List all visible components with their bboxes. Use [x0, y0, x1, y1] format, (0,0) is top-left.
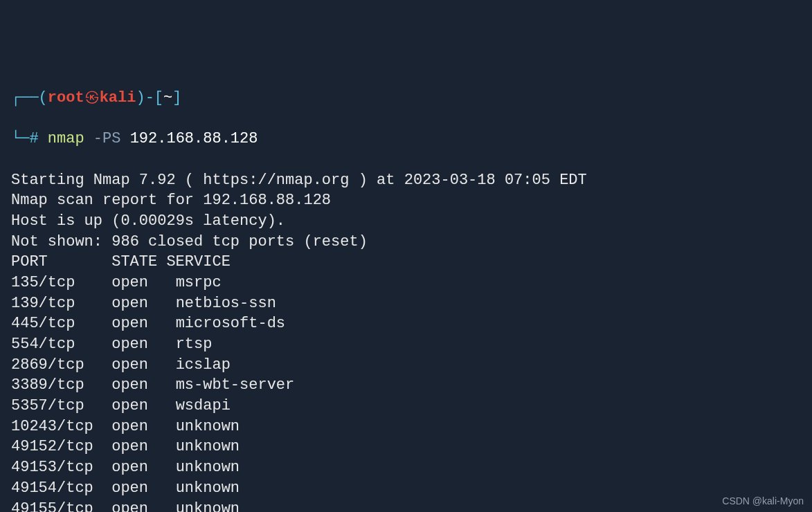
state-cell: open — [111, 396, 175, 417]
command-flag: -PS — [93, 130, 121, 147]
state-cell: open — [111, 355, 175, 376]
skull-icon: ㉿ — [84, 89, 100, 107]
prompt-host: kali — [100, 89, 136, 107]
state-cell: open — [111, 457, 175, 478]
service-cell: microsoft-ds — [176, 315, 285, 332]
ports-list: 135/tcpopenmsrpc 139/tcpopennetbios-ssn … — [11, 273, 801, 512]
prompt-cwd: ~ — [163, 89, 172, 107]
port-row: 49155/tcpopenunknown — [11, 500, 240, 513]
service-cell: unknown — [176, 459, 240, 476]
port-cell: 139/tcp — [11, 293, 111, 314]
state-cell: open — [111, 293, 175, 314]
prompt-user: root — [48, 89, 84, 107]
service-cell: unknown — [176, 418, 240, 435]
port-row: 49153/tcpopenunknown — [11, 459, 240, 476]
command-target: 192.168.88.128 — [130, 130, 258, 147]
service-cell: ms-wbt-server — [176, 376, 295, 394]
port-cell: 5357/tcp — [11, 396, 111, 417]
port-row: 139/tcpopennetbios-ssn — [11, 295, 276, 312]
terminal-output[interactable]: ┌──(root㉿kali)-[~] └─# nmap -PS 192.168.… — [11, 88, 801, 512]
state-cell: open — [111, 478, 175, 499]
watermark: CSDN @kali-Myon — [722, 495, 804, 508]
output-starting: Starting Nmap 7.92 ( https://nmap.org ) … — [11, 172, 587, 189]
port-cell: 10243/tcp — [11, 417, 111, 437]
port-row: 554/tcpopenrtsp — [11, 336, 212, 353]
port-row: 5357/tcpopenwsdapi — [11, 397, 231, 414]
port-row: 49154/tcpopenunknown — [11, 479, 240, 497]
state-cell: open — [111, 313, 175, 334]
port-row: 2869/tcpopenicslap — [11, 356, 231, 374]
service-cell: rtsp — [176, 336, 213, 353]
service-cell: icslap — [176, 356, 231, 374]
state-cell: open — [111, 375, 175, 396]
port-cell: 49154/tcp — [11, 478, 111, 499]
state-cell: open — [111, 273, 175, 293]
output-report: Nmap scan report for 192.168.88.128 — [11, 192, 331, 209]
prompt-line-2: └─# nmap -PS 192.168.88.128 — [11, 129, 801, 149]
prompt-symbol: # — [29, 130, 38, 147]
port-cell: 3389/tcp — [11, 375, 111, 396]
output-notshown: Not shown: 986 closed tcp ports (reset) — [11, 233, 368, 250]
port-cell: 135/tcp — [11, 273, 111, 293]
service-cell: unknown — [176, 438, 240, 455]
port-row: 135/tcpopenmsrpc — [11, 274, 222, 291]
prompt-line-1: ┌──(root㉿kali)-[~] — [11, 88, 801, 109]
service-cell: unknown — [176, 500, 240, 513]
port-row: 3389/tcpopenms-wbt-server — [11, 376, 294, 394]
service-cell: unknown — [176, 479, 240, 497]
port-row: 445/tcpopenmicrosoft-ds — [11, 315, 285, 332]
port-cell: 49152/tcp — [11, 437, 111, 457]
output-hostup: Host is up (0.00029s latency). — [11, 212, 285, 230]
service-cell: wsdapi — [176, 397, 231, 414]
port-cell: 2869/tcp — [11, 355, 111, 376]
port-cell: 445/tcp — [11, 313, 111, 334]
port-cell: 49155/tcp — [11, 499, 111, 513]
state-cell: open — [111, 417, 175, 437]
port-row: 49152/tcpopenunknown — [11, 438, 240, 455]
port-header: PORTSTATESERVICE — [11, 253, 231, 271]
command-bin: nmap — [48, 130, 84, 147]
port-row: 10243/tcpopenunknown — [11, 418, 240, 435]
state-cell: open — [111, 499, 175, 513]
port-cell: 554/tcp — [11, 334, 111, 355]
service-cell: msrpc — [176, 274, 222, 291]
port-cell: 49153/tcp — [11, 457, 111, 478]
state-cell: open — [111, 437, 175, 457]
service-cell: netbios-ssn — [176, 295, 276, 312]
state-cell: open — [111, 334, 175, 355]
